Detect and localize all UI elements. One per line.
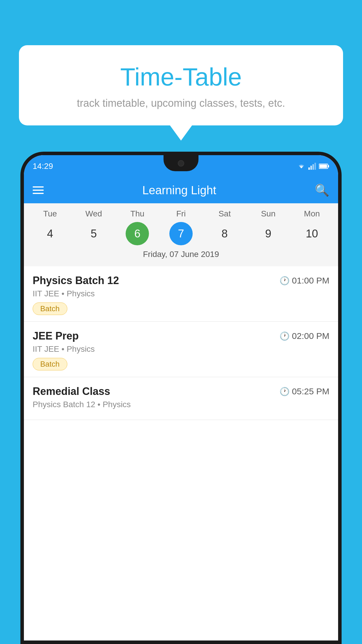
day-7-selected[interactable]: 7 <box>169 222 193 245</box>
status-icons <box>297 163 329 170</box>
day-numbers: 4 5 6 7 8 9 10 <box>24 222 338 245</box>
calendar-strip: Tue Wed Thu Fri Sat Sun Mon 4 5 6 7 8 9 … <box>24 203 338 266</box>
class-item-3[interactable]: Remedial Class 🕐 05:25 PM Physics Batch … <box>24 377 338 420</box>
class-name-1: Physics Batch 12 <box>33 274 119 287</box>
svg-rect-3 <box>314 163 316 170</box>
day-label-mon[interactable]: Mon <box>300 209 324 218</box>
status-time: 14:29 <box>33 162 53 171</box>
wifi-icon <box>297 163 306 169</box>
bubble-title: Time-Table <box>34 63 328 91</box>
class-list: Physics Batch 12 🕐 01:00 PM IIT JEE • Ph… <box>24 266 338 420</box>
day-headers: Tue Wed Thu Fri Sat Sun Mon <box>24 209 338 218</box>
svg-rect-5 <box>328 165 329 167</box>
day-label-sun[interactable]: Sun <box>256 209 280 218</box>
day-5[interactable]: 5 <box>82 222 106 245</box>
class-name-2: JEE Prep <box>33 330 79 342</box>
day-10[interactable]: 10 <box>300 222 324 245</box>
phone-screen: 14:29 <box>24 155 338 640</box>
svg-rect-1 <box>310 166 312 170</box>
class-sub-3: Physics Batch 12 • Physics <box>33 400 329 409</box>
day-label-fri[interactable]: Fri <box>169 209 193 218</box>
class-time-1: 🕐 01:00 PM <box>280 276 329 286</box>
class-sub-2: IIT JEE • Physics <box>33 344 329 354</box>
info-bubble: Time-Table track timetable, upcoming cla… <box>19 45 343 125</box>
day-label-thu[interactable]: Thu <box>126 209 149 218</box>
notch <box>164 155 198 171</box>
day-9[interactable]: 9 <box>256 222 280 245</box>
bubble-subtitle: track timetable, upcoming classes, tests… <box>34 97 328 109</box>
day-label-sat[interactable]: Sat <box>213 209 236 218</box>
clock-icon-3: 🕐 <box>280 387 290 396</box>
class-time-2: 🕐 02:00 PM <box>280 331 329 341</box>
svg-rect-6 <box>319 164 327 168</box>
clock-icon-2: 🕐 <box>280 331 290 341</box>
signal-icon <box>308 163 317 170</box>
class-item-2[interactable]: JEE Prep 🕐 02:00 PM IIT JEE • Physics Ba… <box>24 322 338 377</box>
day-label-wed[interactable]: Wed <box>82 209 106 218</box>
clock-icon-1: 🕐 <box>280 276 290 286</box>
svg-rect-0 <box>308 167 310 170</box>
battery-icon <box>319 163 329 169</box>
day-label-tue[interactable]: Tue <box>38 209 62 218</box>
phone-frame: 14:29 <box>20 152 342 644</box>
class-item-1[interactable]: Physics Batch 12 🕐 01:00 PM IIT JEE • Ph… <box>24 266 338 322</box>
batch-tag-1: Batch <box>33 302 67 315</box>
day-4[interactable]: 4 <box>38 222 62 245</box>
class-item-2-header: JEE Prep 🕐 02:00 PM <box>33 330 329 342</box>
day-8[interactable]: 8 <box>213 222 236 245</box>
app-header: Learning Light 🔍 <box>24 177 338 203</box>
class-sub-1: IIT JEE • Physics <box>33 289 329 298</box>
class-item-1-header: Physics Batch 12 🕐 01:00 PM <box>33 274 329 287</box>
camera <box>178 160 184 167</box>
day-6-today[interactable]: 6 <box>126 222 149 245</box>
status-bar: 14:29 <box>24 155 338 177</box>
menu-button[interactable] <box>33 186 44 194</box>
class-item-3-header: Remedial Class 🕐 05:25 PM <box>33 385 329 398</box>
selected-date: Friday, 07 June 2019 <box>24 250 338 262</box>
class-name-3: Remedial Class <box>33 385 110 398</box>
batch-tag-2: Batch <box>33 358 67 370</box>
app-title: Learning Light <box>51 184 307 197</box>
class-time-3: 🕐 05:25 PM <box>280 386 329 396</box>
search-icon[interactable]: 🔍 <box>315 183 329 197</box>
svg-rect-2 <box>312 164 314 170</box>
